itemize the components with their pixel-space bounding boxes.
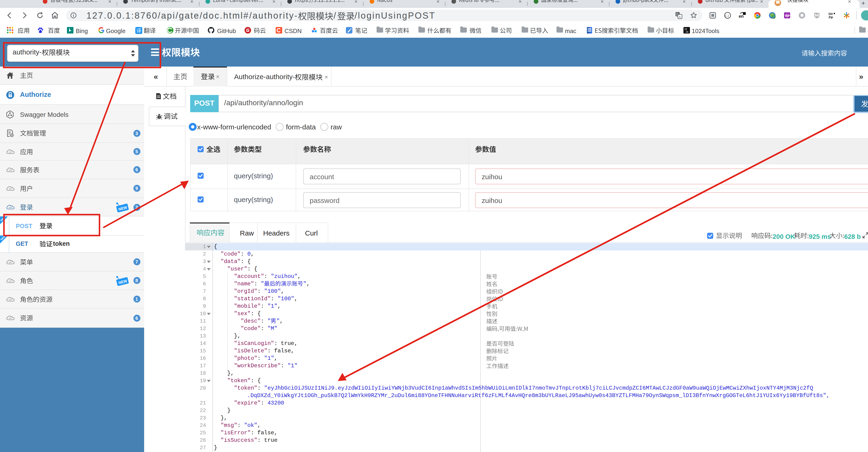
svg-text:10: 10 — [684, 28, 687, 30]
svg-text:API: API — [8, 317, 12, 320]
svg-text:Zip: Zip — [829, 16, 833, 19]
svg-text:API: API — [8, 280, 12, 282]
svg-text:API: API — [8, 169, 12, 171]
svg-text:{..}: {..} — [725, 14, 729, 17]
svg-text:API: API — [8, 261, 12, 263]
svg-text:API: API — [8, 151, 12, 153]
svg-text:en: en — [739, 14, 744, 19]
svg-text:A: A — [679, 15, 681, 19]
svg-text:Git: Git — [829, 12, 833, 16]
svg-text:API: API — [8, 299, 12, 301]
svg-text:24: 24 — [685, 31, 688, 33]
svg-text:RP: RP — [785, 14, 790, 18]
svg-text:API: API — [8, 188, 12, 190]
svg-text:API: API — [8, 206, 12, 209]
